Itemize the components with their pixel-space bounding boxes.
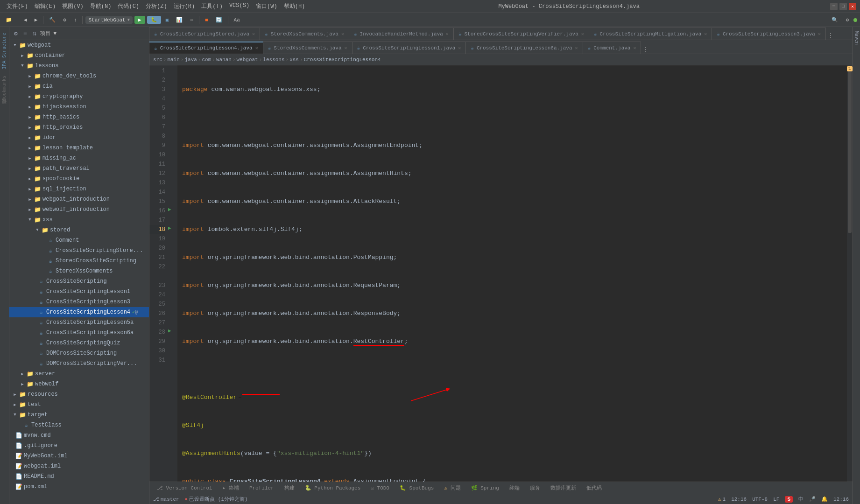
- tree-arrow-test[interactable]: ▶: [11, 401, 19, 408]
- tab-spotbugs[interactable]: 🐛 SpotBugs: [395, 484, 438, 492]
- run-config-dropdown-icon[interactable]: ▼: [127, 18, 130, 22]
- tree-item-xss[interactable]: ▼ 📁 xss: [9, 215, 149, 225]
- tree-arrow-http-basics[interactable]: ▶: [26, 113, 34, 121]
- tab-terminal[interactable]: ▸ 终端: [218, 483, 244, 492]
- tree-item-stored-css[interactable]: ☕ StoredCrossSiteScripting: [9, 256, 149, 266]
- tree-item-stored-xss-comments[interactable]: ☕ StoredXssComments: [9, 266, 149, 276]
- tab-css-lesson1[interactable]: ☕ CrossSiteScriptingLesson1.java ✕: [352, 42, 466, 54]
- tree-item-gitignore[interactable]: 📄 .gitignore: [9, 441, 149, 451]
- menu-analyze[interactable]: 分析(Z): [143, 1, 170, 11]
- tab-close-comment[interactable]: ✕: [633, 45, 636, 51]
- menu-vcs[interactable]: VCS(S): [226, 1, 252, 11]
- tab-python[interactable]: 🐍 Python Packages: [300, 484, 366, 492]
- tree-item-container[interactable]: ▶ 📁 container: [9, 50, 149, 61]
- tree-arrow-webwolf-intro[interactable]: ▶: [26, 206, 34, 213]
- toolbar-rerun[interactable]: 🔄: [213, 16, 225, 24]
- tree-item-http-basics[interactable]: ▶ 📁 http_basics: [9, 112, 149, 122]
- toolbar-settings[interactable]: ⚙: [60, 16, 69, 24]
- tree-item-comment[interactable]: ☕ Comment: [9, 235, 149, 245]
- tabs-overflow-btn-2[interactable]: ⋮: [641, 46, 650, 54]
- tree-arrow-container[interactable]: ▶: [19, 52, 26, 59]
- tree-item-pom[interactable]: 📝 pom.xml: [9, 482, 149, 492]
- run-button[interactable]: ▶: [134, 16, 145, 24]
- toolbar-more-run[interactable]: ⋯: [187, 16, 196, 24]
- settings-btn[interactable]: ⚙: [843, 16, 852, 24]
- tree-item-webwolf[interactable]: ▶ 📁 webwolf: [9, 379, 149, 389]
- tree-item-dom-css-ver[interactable]: ☕ DOMCrossSiteScriptingVer...: [9, 358, 149, 369]
- tab-comment[interactable]: ☕ Comment.java ✕: [583, 42, 641, 54]
- toolbar-translate[interactable]: Aa: [231, 16, 243, 24]
- tree-item-css-lesson5a[interactable]: ☕ CrossSiteScriptingLesson5a: [9, 317, 149, 328]
- tab-issues[interactable]: ⚠ 问题: [439, 483, 465, 492]
- tab-todo[interactable]: ☑ TODO: [366, 484, 394, 492]
- tree-arrow-idor[interactable]: ▶: [26, 134, 34, 141]
- breadcrumb-wanan[interactable]: wanan: [216, 57, 232, 63]
- tree-item-cia[interactable]: ▶ 📁 cia: [9, 81, 149, 91]
- tree-item-idor[interactable]: ▶ 📁 idor: [9, 133, 149, 143]
- tab-close-css-lesson6a[interactable]: ✕: [575, 45, 578, 51]
- tab-close-stored-xss-2[interactable]: ✕: [345, 45, 347, 51]
- tree-item-css-lesson1[interactable]: ☕ CrossSiteScriptingLesson1: [9, 287, 149, 297]
- breadcrumb-java[interactable]: java: [184, 57, 197, 63]
- tab-low-code[interactable]: 低代码: [582, 483, 606, 492]
- tab-close-stored-xss[interactable]: ✕: [341, 31, 344, 37]
- status-notifications[interactable]: 🔔: [821, 496, 828, 502]
- tab-version-control[interactable]: ⎇ Version Control: [152, 484, 217, 492]
- tree-arrow-chrome[interactable]: ▶: [26, 72, 34, 80]
- tree-item-path-traversal[interactable]: ▶ 📁 path_traversal: [9, 163, 149, 174]
- tree-item-cryptography[interactable]: ▶ 📁 cryptography: [9, 91, 149, 102]
- tree-item-stored[interactable]: ▼ 📁 stored: [9, 225, 149, 235]
- menu-window[interactable]: 窗口(W): [253, 1, 280, 11]
- tree-item-webwolf-intro[interactable]: ▶ 📁 webwolf_introduction: [9, 204, 149, 215]
- tab-css-lesson4-active[interactable]: ☕ CrossSiteScriptingLesson4.java ✕: [149, 42, 263, 54]
- menu-bar[interactable]: 文件(F) 编辑(E) 视图(V) 导航(N) 代码(C) 分析(Z) 运行(R…: [4, 1, 308, 11]
- tab-stored-xss[interactable]: ☕ StoredXssComments.java ✕: [260, 28, 349, 40]
- tree-item-chrome[interactable]: ▶ 📁 chrome_dev_tools: [9, 71, 149, 81]
- tab-close-css-lesson3[interactable]: ✕: [818, 31, 821, 37]
- right-panel-maven[interactable]: Maven: [853, 29, 860, 47]
- project-tree[interactable]: ▼ 📁 webgoat ▶ 📁 container ▼ 📁 lessons: [9, 40, 149, 504]
- toolbar-vcs[interactable]: ↑: [71, 16, 80, 24]
- tree-arrow-webgoat[interactable]: ▼: [11, 42, 19, 49]
- run-config-selector[interactable]: StartWebGoat ▼: [85, 16, 133, 24]
- breadcrumb-class[interactable]: CrossSiteScriptingLesson4: [304, 57, 381, 63]
- status-chinese-input[interactable]: 中: [798, 496, 804, 503]
- breadcrumb-src[interactable]: src: [153, 57, 162, 63]
- tree-arrow-sql-injection[interactable]: ▶: [26, 185, 34, 193]
- tree-item-missing-ac[interactable]: ▶ 📁 missing_ac: [9, 153, 149, 163]
- tab-close-css-stored[interactable]: ✕: [252, 31, 255, 37]
- scrollbar-thumb[interactable]: [848, 66, 852, 233]
- file-tabs-row1[interactable]: ☕ CrossSiteScriptingStored.java ✕ ☕ Stor…: [149, 27, 853, 40]
- code-editor[interactable]: 1 2 3 4 5 6 7 8 9 10 11 12 13 14 15 16 1…: [149, 65, 853, 482]
- tree-arrow-resources[interactable]: ▶: [11, 391, 19, 398]
- toolbar-stop[interactable]: ■: [202, 16, 211, 24]
- tree-arrow-hijack[interactable]: ▶: [26, 103, 34, 111]
- tab-stored-css-verifier[interactable]: ☕ StoredCrossSiteScriptingVerifier.java …: [454, 28, 589, 40]
- menu-run[interactable]: 运行(R): [171, 1, 198, 11]
- tree-item-http-proxies[interactable]: ▶ 📁 http_proxies: [9, 122, 149, 133]
- maximize-button[interactable]: □: [839, 3, 847, 10]
- tab-spring[interactable]: 🌿 Spring: [466, 484, 504, 492]
- tab-css-lesson6a[interactable]: ☕ CrossSiteScriptingLesson6a.java ✕: [466, 42, 583, 54]
- tab-close-invocable[interactable]: ✕: [446, 31, 449, 37]
- toolbar-forward[interactable]: ▶: [32, 16, 41, 24]
- tab-build[interactable]: 构建: [280, 483, 299, 492]
- code-content[interactable]: package com.wanan.webgoat.lessons.xss; i…: [177, 65, 847, 482]
- toolbar-project-btn[interactable]: 📁: [3, 16, 15, 24]
- tab-close-css-lesson1[interactable]: ✕: [458, 45, 461, 51]
- file-tabs-row2[interactable]: ☕ CrossSiteScriptingLesson4.java ✕ ☕ Sto…: [149, 40, 853, 54]
- status-breakpoint[interactable]: ● 已设置断点 (1分钟之前): [185, 496, 248, 503]
- tree-arrow-http-proxies[interactable]: ▶: [26, 124, 34, 131]
- breadcrumb-xss[interactable]: xss: [289, 57, 299, 63]
- tab-invocable[interactable]: ☕ InvocableHandlerMethod.java ✕: [349, 28, 454, 40]
- window-controls[interactable]: ─ □ ✕: [830, 3, 856, 10]
- tree-item-dom-css[interactable]: ☕ DOMCrossSiteScripting: [9, 348, 149, 358]
- tab-db-update[interactable]: 数据库更新: [546, 483, 581, 492]
- status-git[interactable]: ⎇ master: [153, 496, 179, 502]
- tree-arrow-cia[interactable]: ▶: [26, 83, 34, 90]
- tab-close-stored-css-verifier[interactable]: ✕: [581, 31, 584, 37]
- status-encoding[interactable]: UTF-8: [752, 497, 768, 502]
- tree-item-sql-injection[interactable]: ▶ 📁 sql_injection: [9, 184, 149, 194]
- tabs-overflow-btn[interactable]: ⋮: [826, 32, 835, 40]
- breadcrumb-com[interactable]: com: [202, 57, 211, 63]
